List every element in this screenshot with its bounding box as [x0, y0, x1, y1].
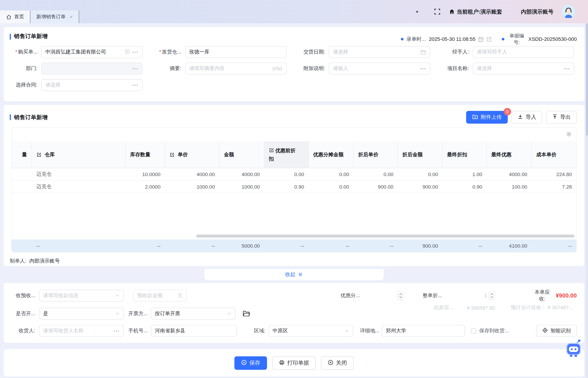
cell[interactable]: 0.00: [353, 168, 398, 180]
note-input[interactable]: 请输入 •••: [329, 63, 430, 75]
cell[interactable]: 0.90: [264, 180, 308, 193]
discount-share-stepper[interactable]: [397, 291, 404, 299]
project-input[interactable]: 请选择 •••: [473, 63, 574, 75]
print-button[interactable]: 打印单据: [272, 356, 316, 370]
receiver-input[interactable]: 请填写收货人名称 •••: [39, 325, 124, 337]
folder-open-icon[interactable]: [242, 310, 251, 318]
advance-select[interactable]: 请填写收款信息: [39, 290, 124, 302]
cell-warehouse[interactable]: 迈克仓: [32, 180, 126, 193]
ellipsis-icon[interactable]: •••: [113, 328, 120, 333]
close-icon[interactable]: ×: [70, 14, 73, 20]
advance-amount-input[interactable]: 预收款金额 元: [133, 290, 187, 302]
attach-upload-button[interactable]: 附件上传 0: [466, 111, 508, 124]
chevron-down-icon: [115, 293, 120, 298]
horizontal-scrollbar[interactable]: [12, 233, 576, 239]
field-ship-warehouse: *发货仓... 玫德一库: [154, 46, 289, 58]
table-header-row: 量 仓库 库存数量 单价 金额 优惠前折扣 优惠分摊金额 折后单价 折后金额 最…: [12, 141, 576, 168]
cell[interactable]: 0.00: [264, 168, 308, 180]
dept-input[interactable]: •••: [41, 63, 142, 75]
cell[interactable]: 0.00: [309, 168, 354, 180]
cell[interactable]: 4000.00: [487, 168, 532, 180]
cell[interactable]: 1000.00: [165, 180, 220, 193]
invoice-select[interactable]: 是: [39, 308, 124, 320]
contract-input[interactable]: 请选择 •••: [41, 79, 142, 91]
tab-home[interactable]: 首页: [0, 11, 30, 23]
cell[interactable]: 7.28: [532, 180, 576, 193]
settle-row-1: 收预收... 请填写收款信息 预收款金额 元 优惠分... 整单折... 1: [11, 289, 577, 302]
cell[interactable]: [12, 180, 32, 193]
save-address-checkbox[interactable]: [471, 328, 476, 334]
order-discount-value[interactable]: 1: [484, 293, 487, 298]
delivery-date-input[interactable]: 请选择: [329, 46, 430, 58]
edit-time-icon[interactable]: [486, 36, 492, 42]
cell[interactable]: 100.00: [487, 180, 532, 193]
ellipsis-icon[interactable]: •••: [132, 50, 138, 54]
ellipsis-icon[interactable]: •••: [564, 67, 570, 71]
page-scrollbar[interactable]: [586, 23, 588, 378]
handler-input[interactable]: 请填写经手人: [473, 46, 574, 58]
save-button[interactable]: 保存: [235, 356, 267, 370]
table-empty-area: [12, 193, 576, 234]
ellipsis-icon[interactable]: •••: [420, 67, 426, 71]
ellipsis-icon[interactable]: •••: [132, 67, 138, 71]
table-row: 迈克仓 2.0000 1000.00 1000.00 0.90 0.00 900…: [12, 180, 576, 193]
invoice-label: 是否开...: [11, 310, 39, 317]
cell-warehouse[interactable]: 迈克仓: [32, 168, 126, 180]
tab-new-sales-order[interactable]: 新增销售订单 ×: [30, 11, 79, 23]
import-button[interactable]: 导入: [511, 111, 542, 124]
cell[interactable]: 1.00: [443, 168, 487, 180]
order-discount-label: 整单折...: [423, 292, 446, 299]
cell[interactable]: 0.90: [443, 180, 487, 193]
smart-recognize-button[interactable]: 智能识别: [536, 325, 577, 337]
tenant-info[interactable]: 当前租户:演示账套: [449, 8, 502, 15]
cell[interactable]: 900.00: [353, 180, 398, 193]
check-circle-icon: [241, 360, 247, 366]
buyer-input[interactable]: 中润昌弘建工集团有限公司 •••: [41, 46, 142, 58]
clear-circle-icon[interactable]: [125, 49, 130, 55]
cell[interactable]: 2.0000: [126, 180, 165, 193]
close-button[interactable]: 关闭: [321, 356, 353, 370]
address-input[interactable]: 郑州大学: [382, 325, 465, 337]
summary-cell: --: [126, 239, 165, 252]
detail-actions: 附件上传 0 导入 导出: [466, 111, 577, 124]
card1-title-text: 销售订单新增: [14, 33, 47, 40]
gear-icon[interactable]: [566, 131, 572, 138]
dept-label: 部门:: [10, 65, 41, 72]
order-discount-stepper[interactable]: [489, 291, 495, 299]
cell[interactable]: 0.00: [309, 180, 354, 193]
cell[interactable]: 1000.00: [219, 180, 264, 193]
phone-input[interactable]: 河南省新乡县: [151, 325, 237, 337]
caret-down-icon[interactable]: ▼: [415, 10, 419, 14]
summary-cell: 4100.00: [487, 239, 532, 252]
ship-wh-input[interactable]: 玫德一库: [185, 46, 286, 58]
handler-label: 经手人:: [441, 49, 473, 55]
export-button[interactable]: 导出: [546, 111, 577, 124]
invoice-method-select[interactable]: 按订单开票: [151, 308, 236, 320]
tab-home-label: 首页: [14, 14, 24, 20]
column-header-after-amount: 折后金额: [398, 141, 443, 168]
region-select[interactable]: 中原区: [268, 325, 353, 337]
summary-input[interactable]: 请填写摘要内容 0/50: [185, 63, 286, 75]
assistant-robot-button[interactable]: [562, 337, 584, 359]
ellipsis-icon[interactable]: •••: [132, 83, 138, 87]
record-time-value: 2025-05-30 11:08:55: [429, 37, 475, 42]
invoice-method-label: 开票方...: [128, 310, 151, 317]
region-label: 区域:: [252, 327, 268, 334]
summary-cell: [12, 239, 32, 252]
phone-label: 手机号...: [128, 327, 151, 334]
collapse-toggle[interactable]: 收起: [204, 269, 384, 280]
advance-label: 收预收...: [11, 292, 39, 299]
avatar[interactable]: [562, 5, 575, 18]
cell[interactable]: 224.80: [532, 168, 576, 180]
cell[interactable]: 900.00: [398, 180, 443, 193]
cell[interactable]: 4000.00: [219, 168, 264, 180]
account-name[interactable]: 内部演示账号: [521, 8, 553, 15]
page-scrollbar-thumb[interactable]: [586, 23, 588, 135]
fullscreen-icon[interactable]: [434, 8, 441, 15]
cell[interactable]: [12, 168, 32, 180]
calendar-icon[interactable]: [478, 36, 484, 42]
cell[interactable]: 0.00: [398, 168, 443, 180]
scrollbar-thumb[interactable]: [196, 234, 575, 237]
cell[interactable]: 4000.00: [165, 168, 220, 180]
cell[interactable]: 10.0000: [126, 168, 165, 180]
